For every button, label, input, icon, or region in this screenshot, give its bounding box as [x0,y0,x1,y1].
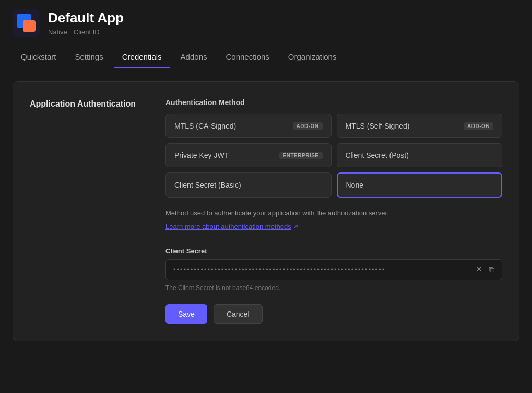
tab-quickstart[interactable]: Quickstart [13,46,65,68]
tab-connections[interactable]: Connections [217,46,277,68]
auth-badge-mtls-ca: ADD-ON [293,122,323,130]
main-content: Application Authentication Authenticatio… [0,68,532,354]
card-left: Application Authentication [30,98,145,324]
auth-option-client-secret-post[interactable]: Client Secret (Post) [337,143,503,167]
action-buttons: Save Cancel [165,304,502,324]
app-title: Default App [48,10,124,26]
app-title-group: Default App Native Client ID [48,10,124,36]
auth-option-none[interactable]: None [337,172,503,198]
learn-more-link[interactable]: Learn more about authentication methods … [165,223,298,230]
client-secret-section: Client Secret 👁 ⧉ The Client Secret is n… [165,247,502,292]
auth-method-label: Authentication Method [165,98,502,107]
auth-method-grid: MTLS (CA-Signed) ADD-ON MTLS (Self-Signe… [165,114,502,198]
card-right: Authentication Method MTLS (CA-Signed) A… [165,98,502,324]
tab-addons[interactable]: Addons [172,46,216,68]
auth-option-mtls-self[interactable]: MTLS (Self-Signed) ADD-ON [337,114,503,138]
client-secret-input-wrap: 👁 ⧉ [165,259,502,280]
external-link-icon: ↗ [293,223,298,230]
auth-badge-mtls-self: ADD-ON [464,122,493,130]
app-logo [13,9,40,37]
client-secret-label: Client Secret [165,247,502,255]
app-header: Default App Native Client ID [0,0,532,46]
tab-settings[interactable]: Settings [67,46,112,68]
auth-description: Method used to authenticate your applica… [165,208,502,218]
cancel-button[interactable]: Cancel [214,304,263,324]
client-secret-input[interactable] [173,265,475,273]
auth-option-client-secret-basic[interactable]: Client Secret (Basic) [165,172,332,198]
secret-input-icons: 👁 ⧉ [475,265,494,274]
save-button[interactable]: Save [165,304,207,324]
tab-organizations[interactable]: Organizations [280,46,345,68]
app-meta-clientid: Client ID [74,28,100,36]
auth-badge-private-key: ENTERPRISE [279,152,323,159]
app-meta: Native Client ID [48,28,124,36]
application-authentication-card: Application Authentication Authenticatio… [13,81,519,341]
auth-option-private-key[interactable]: Private Key JWT ENTERPRISE [165,143,332,167]
reveal-secret-icon[interactable]: 👁 [475,265,483,274]
section-title: Application Authentication [30,98,145,110]
tab-credentials[interactable]: Credentials [114,46,170,68]
client-secret-hint: The Client Secret is not base64 encoded. [165,284,502,292]
copy-secret-icon[interactable]: ⧉ [489,265,494,274]
nav-tabs: Quickstart Settings Credentials Addons C… [0,46,532,68]
auth-option-mtls-ca[interactable]: MTLS (CA-Signed) ADD-ON [165,114,332,138]
app-meta-native: Native [48,28,67,36]
